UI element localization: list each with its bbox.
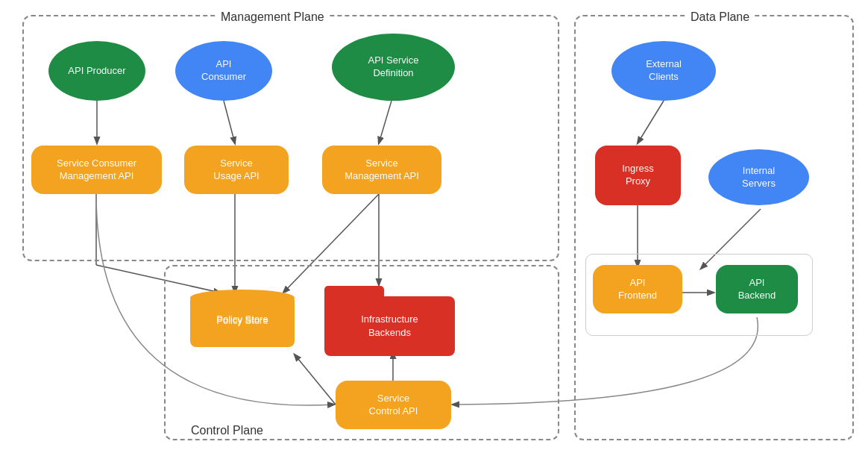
api-producer-node: API Producer [48,41,145,101]
diagram-container: Management Plane Data Plane Control Plan… [0,0,868,462]
api-frontend-node: APIFrontend [593,265,682,313]
api-consumer-node: APIConsumer [175,41,272,101]
api-backend-node: APIBackend [716,265,798,313]
service-mgmt-api-node: ServiceManagement API [322,146,441,194]
management-plane-label: Management Plane [216,10,329,24]
service-consumer-mgmt-api-node: Service ConsumerManagement API [31,146,162,194]
data-plane-label: Data Plane [686,10,754,24]
service-usage-api-node: ServiceUsage API [184,146,289,194]
api-service-def-node: API ServiceDefinition [332,34,455,101]
policy-store-label: Policy Store [190,291,295,347]
service-control-api-node: ServiceControl API [336,381,451,429]
control-plane-label: Control Plane [186,424,268,437]
internal-servers-node: InternalServers [708,149,809,205]
ingress-proxy-node: IngressProxy [595,146,681,205]
infra-backends-node: InfrastructureBackends [324,296,455,356]
external-clients-node: ExternalClients [611,41,716,101]
